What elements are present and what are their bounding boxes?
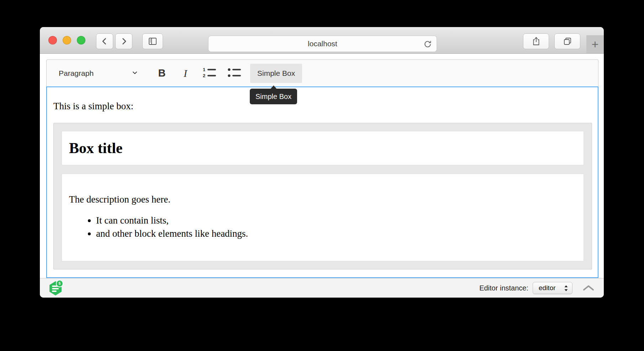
browser-chrome: localhost bbox=[40, 27, 604, 54]
intro-paragraph[interactable]: This is a simple box: bbox=[53, 100, 592, 112]
expand-inspector-button[interactable] bbox=[582, 284, 595, 292]
tooltip-caret bbox=[270, 85, 277, 89]
close-window-button[interactable] bbox=[48, 36, 57, 44]
share-icon bbox=[532, 36, 541, 46]
ckeditor-inspector-bar: 5 Editor instance: editor bbox=[40, 278, 604, 298]
numbered-list-icon: 1 2 bbox=[202, 67, 217, 79]
simple-box-widget[interactable]: Box title The description goes here. It … bbox=[53, 123, 592, 269]
browser-window: localhost bbox=[40, 27, 604, 298]
refresh-icon[interactable] bbox=[423, 40, 432, 50]
tabs-icon bbox=[563, 37, 572, 46]
sidebar-icon bbox=[148, 37, 158, 46]
inspector-controls: Editor instance: editor bbox=[479, 278, 595, 298]
back-button[interactable] bbox=[96, 33, 113, 49]
simple-box-button-label: Simple Box bbox=[252, 69, 300, 78]
minimize-window-button[interactable] bbox=[63, 36, 71, 44]
svg-text:1: 1 bbox=[203, 67, 205, 72]
heading-dropdown[interactable]: Paragraph bbox=[54, 64, 143, 83]
editor-instance-label: Editor instance: bbox=[479, 284, 528, 292]
address-bar-url: localhost bbox=[308, 40, 337, 48]
editor-editable-area[interactable]: This is a simple box: Box title The desc… bbox=[46, 87, 598, 278]
bold-button[interactable]: B bbox=[153, 64, 170, 83]
italic-button[interactable]: I bbox=[177, 64, 194, 83]
simple-box-button[interactable]: Simple Box bbox=[250, 64, 302, 83]
sidebar-toggle-button[interactable] bbox=[142, 33, 163, 49]
bulleted-list-button[interactable] bbox=[225, 64, 244, 83]
italic-icon: I bbox=[184, 67, 187, 79]
list-item[interactable]: and other block elements like headings. bbox=[96, 227, 576, 240]
bold-icon: B bbox=[158, 67, 166, 79]
simple-box-tooltip: Simple Box bbox=[250, 89, 297, 104]
window-controls bbox=[48, 36, 85, 44]
editor-toolbar: Paragraph B I 1 2 bbox=[46, 59, 598, 87]
new-tab-button[interactable]: + bbox=[586, 35, 604, 53]
box-title-heading[interactable]: Box title bbox=[69, 140, 122, 157]
chevron-down-icon bbox=[131, 69, 138, 78]
simple-box-title-area[interactable]: Box title bbox=[62, 131, 584, 165]
plus-icon: + bbox=[592, 37, 599, 51]
desktop-background: localhost bbox=[0, 0, 644, 351]
editor-instance-select[interactable]: editor bbox=[533, 282, 572, 294]
address-bar[interactable]: localhost bbox=[208, 36, 437, 52]
zoom-window-button[interactable] bbox=[77, 36, 85, 44]
heading-dropdown-value: Paragraph bbox=[59, 69, 94, 78]
simple-box-description-area[interactable]: The description goes here. It can contai… bbox=[62, 174, 584, 261]
list-item[interactable]: It can contain lists, bbox=[96, 214, 576, 227]
select-arrows-icon bbox=[563, 284, 569, 294]
numbered-list-button[interactable]: 1 2 bbox=[200, 64, 219, 83]
ckeditor-logo[interactable]: 5 bbox=[49, 281, 62, 295]
bulleted-list-icon bbox=[227, 67, 242, 79]
tooltip-text: Simple Box bbox=[255, 93, 291, 101]
tab-overview-button[interactable] bbox=[554, 33, 580, 49]
chevron-right-icon bbox=[120, 37, 128, 46]
share-button[interactable] bbox=[523, 33, 549, 49]
version-badge: 5 bbox=[56, 280, 63, 287]
svg-text:2: 2 bbox=[203, 73, 205, 78]
description-list[interactable]: It can contain lists, and other block el… bbox=[69, 214, 576, 240]
description-paragraph[interactable]: The description goes here. bbox=[69, 193, 576, 205]
chevron-left-icon bbox=[100, 37, 109, 46]
editor-instance-value: editor bbox=[539, 284, 556, 292]
forward-button[interactable] bbox=[115, 33, 132, 49]
